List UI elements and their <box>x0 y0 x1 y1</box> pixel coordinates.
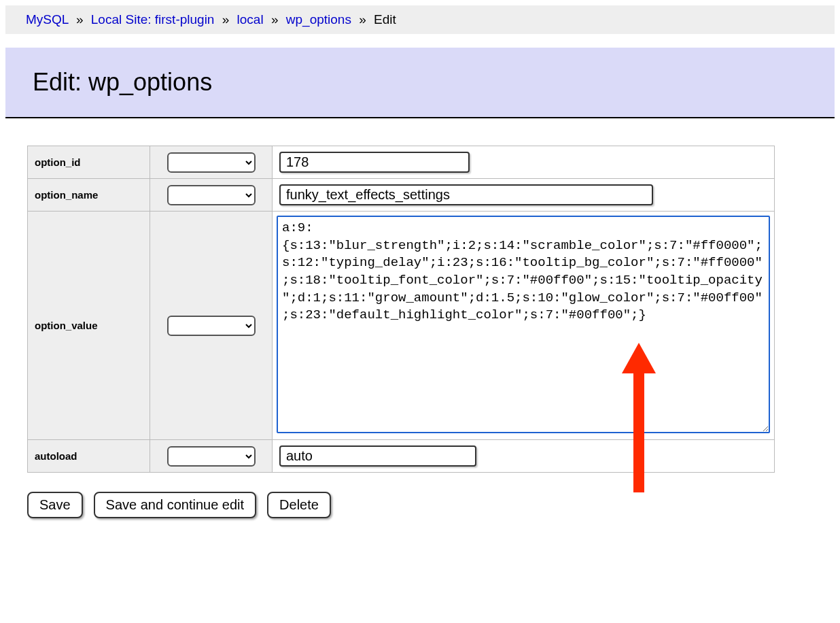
breadcrumb-separator: » <box>222 12 230 27</box>
page-header: Edit: wp_options <box>5 48 835 118</box>
input-option-name[interactable] <box>279 184 653 205</box>
breadcrumb-separator: » <box>271 12 279 27</box>
breadcrumb-database[interactable]: local <box>237 12 264 27</box>
delete-button[interactable]: Delete <box>267 492 331 518</box>
textarea-option-value[interactable]: a:9:{s:13:"blur_strength";i:2;s:14:"scra… <box>277 216 770 433</box>
breadcrumb-separator: » <box>76 12 84 27</box>
row-option-name: option_name <box>28 179 775 212</box>
breadcrumb-table[interactable]: wp_options <box>286 12 351 27</box>
breadcrumb-current: Edit <box>374 12 396 27</box>
form-table: option_id option_name option_value a:9 <box>27 146 775 473</box>
edit-form: option_id option_name option_value a:9 <box>0 118 840 532</box>
page-title: Edit: wp_options <box>33 68 807 97</box>
breadcrumb-mysql[interactable]: MySQL <box>26 12 69 27</box>
label-option-value: option_value <box>28 212 150 440</box>
button-row: Save Save and continue edit Delete <box>27 492 813 518</box>
label-option-id: option_id <box>28 146 150 179</box>
row-option-id: option_id <box>28 146 775 179</box>
breadcrumb-separator: » <box>359 12 366 27</box>
breadcrumb-site[interactable]: Local Site: first-plugin <box>91 12 215 27</box>
save-button[interactable]: Save <box>27 492 83 518</box>
save-continue-button[interactable]: Save and continue edit <box>94 492 257 518</box>
function-select-option-value[interactable] <box>167 316 256 336</box>
function-select-option-id[interactable] <box>167 152 256 173</box>
function-select-option-name[interactable] <box>167 185 256 205</box>
row-autoload: autoload <box>28 440 775 473</box>
input-option-id[interactable] <box>279 152 470 173</box>
breadcrumb: MySQL » Local Site: first-plugin » local… <box>5 5 835 34</box>
label-option-name: option_name <box>28 179 150 212</box>
input-autoload[interactable] <box>279 445 476 467</box>
label-autoload: autoload <box>28 440 150 473</box>
row-option-value: option_value a:9:{s:13:"blur_strength";i… <box>28 212 775 440</box>
function-select-autoload[interactable] <box>167 446 256 467</box>
